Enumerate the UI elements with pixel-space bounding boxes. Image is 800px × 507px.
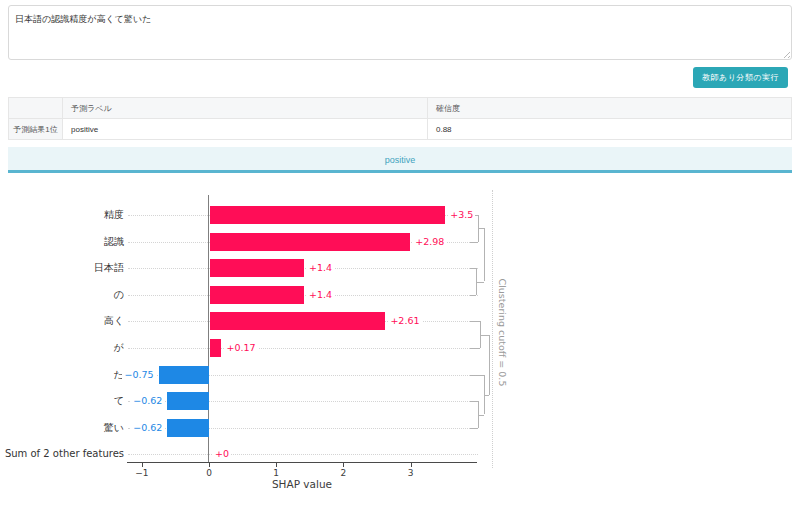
feature-label: 精度 [104,208,124,221]
dendrogram-line [489,335,490,395]
shap-bar [167,419,209,437]
feature-label: が [114,341,124,354]
x-axis-tick [142,463,143,467]
dendrogram-line [484,228,485,281]
x-axis-tick-label: 1 [261,468,291,478]
x-axis-line [127,462,477,463]
x-axis-tick-label: 2 [328,468,358,478]
shap-value-label: +0.17 [224,342,257,354]
feature-label: Sum of 2 other features [5,447,124,460]
shap-value-label: −0.62 [131,395,164,407]
dendrogram-line [470,375,484,376]
shap-value-label: +2.98 [413,236,446,248]
dendrogram-line [476,282,484,283]
feature-label: の [114,288,124,301]
shap-bar [210,339,221,357]
shap-bar [167,392,209,410]
x-axis-tick-label: −1 [127,468,157,478]
shap-value-label: +3.5 [448,209,475,221]
x-axis-tick [411,463,412,467]
dendrogram-line [470,242,478,243]
row-leader-line [128,454,478,455]
x-axis-title: SHAP value [227,478,377,490]
feature-label: 日本語 [94,261,124,274]
shap-bar [210,233,410,251]
shap-bar [210,206,445,224]
x-axis-tick [343,463,344,467]
shap-value-label: +0 [213,448,231,460]
app-page: 日本語の認識精度が高くて驚いた 教師あり分類の実行 予測ラベル 確信度 予測結果… [0,0,800,507]
dendrogram-line [480,335,489,336]
shap-value-label: +1.4 [307,262,334,274]
feature-label: て [114,394,124,407]
dendrogram-line [470,428,478,429]
x-axis-tick-label: 3 [396,468,426,478]
shap-value-label: +2.61 [388,315,421,327]
dendrogram-line [470,295,476,296]
feature-label: 驚い [104,421,124,434]
dendrogram-line [470,401,478,402]
shap-value-label: −0.75 [122,369,155,381]
shap-value-label: +1.4 [307,289,334,301]
shap-bar [210,312,385,330]
dendrogram-line [478,415,484,416]
shap-value-label: −0.62 [131,422,164,434]
x-axis-tick-label: 0 [194,468,224,478]
shap-bar-chart: 精度+3.5認識+2.98日本語+1.4の+1.4高く+2.61が+0.17た−… [0,0,800,507]
clustering-cutoff-line [492,190,493,468]
dendrogram-line [470,321,480,322]
dendrogram-line [470,348,480,349]
x-axis-tick [209,463,210,467]
row-leader-line [128,348,478,349]
dendrogram-line [484,395,489,396]
shap-bar [210,286,304,304]
feature-label: 高く [104,314,124,327]
clustering-cutoff-label: Clustering cutoff = 0.5 [497,268,508,398]
x-axis-tick [276,463,277,467]
feature-label: 認識 [104,235,124,248]
shap-bar [210,259,304,277]
shap-bar [159,366,209,384]
